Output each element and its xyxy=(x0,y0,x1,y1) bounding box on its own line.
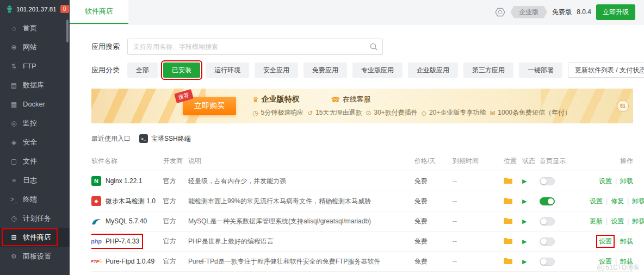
action-link[interactable]: 卸载 xyxy=(632,217,644,225)
sidebar-item-sites[interactable]: ⊕网站 xyxy=(0,38,70,57)
notice-badge[interactable]: 0 xyxy=(60,5,69,13)
price: 免费 xyxy=(414,232,453,252)
price: 免费 xyxy=(414,272,453,275)
banner-privileges: ♛企业版特权☎在线客服 xyxy=(252,95,571,104)
folder-icon[interactable] xyxy=(504,177,512,184)
sidebar-item-logs[interactable]: ≡日志 xyxy=(0,171,70,190)
homepage-toggle[interactable] xyxy=(540,238,555,246)
homepage-toggle[interactable] xyxy=(540,197,555,205)
clock-icon: ◷ xyxy=(252,109,258,117)
recent-item-label: 宝塔SSH终端 xyxy=(151,134,191,143)
description: 轻量级，占有内存少，并发能力强 xyxy=(188,171,414,191)
action-link[interactable]: 设置 xyxy=(611,217,624,225)
search-input[interactable] xyxy=(128,39,382,54)
category-button[interactable]: 免费应用 xyxy=(304,62,347,78)
banner-privilege-label: 企业版特权 xyxy=(262,95,300,104)
plugin-icon: ⊙ xyxy=(366,109,371,117)
sidebar-item-files[interactable]: ▢文件 xyxy=(0,152,70,171)
search-icon[interactable] xyxy=(369,42,378,51)
sidebar-item-store[interactable]: ⊞软件商店 xyxy=(0,228,70,247)
buy-wrap: 推荐 立即购买 xyxy=(183,97,236,115)
software-name: MySQL 5.7.40 xyxy=(106,217,147,225)
table-row: FTPϟPure-Ftpd 1.0.49官方PureFTPd是一款专注于程序健壮… xyxy=(91,252,633,272)
action-separator: | xyxy=(627,197,629,205)
banner-feature: ◷5分钟极速响应 xyxy=(252,108,304,117)
folder-icon[interactable] xyxy=(504,238,512,244)
action-link[interactable]: 设置 xyxy=(599,238,612,245)
security-icon: ◈ xyxy=(10,139,18,146)
category-button[interactable]: 一键部署 xyxy=(519,62,562,78)
sidebar-item-security[interactable]: ◈安全 xyxy=(0,133,70,152)
mysql-dolphin-icon xyxy=(91,216,101,226)
expire-time: -- xyxy=(453,191,504,211)
category-button[interactable]: 第三方应用 xyxy=(463,62,513,78)
category-button[interactable]: 运行环境 xyxy=(206,62,249,78)
search-label: 应用搜索 xyxy=(91,42,127,52)
running-status-icon[interactable]: ▶ xyxy=(522,258,527,265)
logs-icon: ≡ xyxy=(10,177,18,184)
recent-item-ssh-terminal[interactable]: >_ 宝塔SSH终端 xyxy=(139,134,191,143)
php-icon: php xyxy=(91,236,101,246)
running-status-icon[interactable]: ▶ xyxy=(522,198,527,204)
sidebar-item-label: FTP xyxy=(23,62,36,70)
category-button[interactable]: 企业版应用 xyxy=(408,62,458,78)
running-status-icon[interactable]: ▶ xyxy=(522,238,527,245)
sidebar-item-database[interactable]: ▤数据库 xyxy=(0,76,70,95)
server-info[interactable]: 101.201.37.81 0 xyxy=(0,0,70,17)
price: 免费 xyxy=(414,171,453,191)
sidebar-item-cron[interactable]: ◷计划任务 xyxy=(0,209,70,228)
running-status-icon[interactable]: ▶ xyxy=(522,218,527,224)
category-button[interactable]: 安全应用 xyxy=(255,62,298,78)
panel-settings-icon: ⚙ xyxy=(10,253,18,260)
action-link[interactable]: 设置 xyxy=(599,177,612,185)
action-link[interactable]: 更新 xyxy=(590,217,603,225)
category-button[interactable]: 专业版应用 xyxy=(352,62,403,78)
sidebar-item-terminal[interactable]: >_终端 xyxy=(0,190,70,209)
upgrade-button[interactable]: 立即升级 xyxy=(596,4,635,20)
sidebar-item-docker[interactable]: ▦Docker xyxy=(0,95,70,114)
running-status-icon[interactable]: ▶ xyxy=(522,178,527,184)
description: MySQL是一种关系数据库管理系统(支持alisql/greatsql/mari… xyxy=(188,211,414,232)
banner-feature: ⊙30+款付费插件 xyxy=(366,108,417,117)
threatbook-icon: ◆ xyxy=(91,196,101,206)
terminal-icon: >_ xyxy=(10,196,18,203)
action-link[interactable]: 修复 xyxy=(611,197,624,205)
action-link[interactable]: 卸载 xyxy=(632,197,644,205)
search-row: 应用搜索 xyxy=(91,39,633,55)
homepage-toggle[interactable] xyxy=(540,177,555,185)
sidebar-item-panel-settings[interactable]: ⚙面板设置 xyxy=(0,247,70,266)
column-header: 价格/天 xyxy=(414,152,453,171)
update-software-list-button[interactable]: 更新软件列表 / 支付状态 xyxy=(568,62,644,78)
sidebar-item-home[interactable]: ⌂首页 xyxy=(0,18,70,38)
description: PHP是世界上最好的编程语言 xyxy=(188,232,414,252)
promo-banner: 推荐 立即购买 ♛企业版特权☎在线客服 ◷5分钟极速响应↺15天无理由退款⊙30… xyxy=(91,89,633,123)
column-header: 开发商 xyxy=(163,152,188,171)
sidebar-item-monitor[interactable]: ◎监控 xyxy=(0,114,70,133)
banner-feature: ✉1000条免费短信（年付） xyxy=(490,108,571,117)
folder-icon[interactable] xyxy=(504,258,512,264)
category-button[interactable]: 已安装 xyxy=(163,62,200,78)
terminal-icon: >_ xyxy=(139,134,148,143)
folder-icon[interactable] xyxy=(504,197,512,204)
banner-feature-label: 1000条免费短信（年付） xyxy=(498,108,571,117)
column-header: 到期时间 xyxy=(453,152,504,171)
table-row: phpPHP-7.4.33官方PHP是世界上最好的编程语言免费--▶设置|卸载 xyxy=(91,232,633,252)
folder-icon[interactable] xyxy=(504,217,512,224)
expire-time: -- xyxy=(453,171,504,191)
software-table: 软件名称开发商说明价格/天到期时间位置状态首页显示操作 NNginx 1.22.… xyxy=(91,152,633,275)
category-buttons: 全部已安装运行环境安全应用免费应用专业版应用企业版应用第三方应用一键部署 xyxy=(127,62,568,78)
homepage-toggle[interactable] xyxy=(540,258,555,266)
buy-now-button[interactable]: 立即购买 xyxy=(183,97,236,115)
recent-label: 最近使用入口 xyxy=(91,134,131,143)
action-link[interactable]: 卸载 xyxy=(620,238,633,245)
sidebar-item-ftp[interactable]: ⇅FTP xyxy=(0,57,70,76)
tab-software-store[interactable]: 软件商店 xyxy=(70,0,128,24)
category-button[interactable]: 全部 xyxy=(127,62,158,78)
developer: 官方 xyxy=(163,252,188,272)
action-link[interactable]: 设置 xyxy=(590,197,603,205)
sidebar-item-label: 日志 xyxy=(23,176,37,185)
action-link[interactable]: 卸载 xyxy=(620,177,633,185)
homepage-toggle[interactable] xyxy=(540,217,555,226)
search-box xyxy=(127,39,383,55)
software-name: PHP-7.4.33 xyxy=(106,238,139,245)
